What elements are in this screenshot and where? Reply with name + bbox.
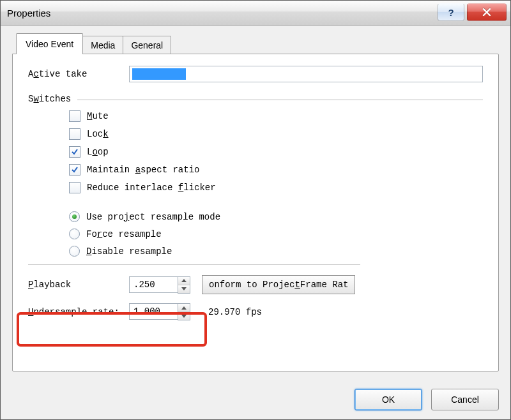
chevron-up-icon — [181, 306, 187, 310]
tab-general[interactable]: General — [123, 36, 171, 54]
window-title: Properties — [7, 8, 50, 19]
help-button[interactable]: ? — [438, 3, 464, 21]
playback-spin-down[interactable] — [178, 285, 190, 293]
resample-force-label: Force resample — [86, 229, 162, 239]
playback-spin-up[interactable] — [178, 277, 190, 285]
tabstrip: Video Event Media General — [16, 33, 499, 54]
loop-checkbox[interactable] — [69, 146, 80, 158]
resample-project-radio[interactable] — [69, 211, 80, 222]
resample-disable-radio[interactable] — [69, 246, 80, 257]
close-button[interactable] — [467, 3, 507, 21]
resample-project-label: Use project resample mode — [86, 212, 220, 222]
ok-button[interactable]: OK — [355, 389, 422, 410]
active-take-label: Active take — [28, 69, 129, 79]
conform-frame-rate-button[interactable]: onform to Project Frame Rat — [202, 275, 355, 294]
active-take-selection — [132, 68, 186, 80]
lock-checkbox[interactable] — [69, 128, 80, 140]
tab-video-event[interactable]: Video Event — [16, 33, 83, 54]
switches-legend: Switches — [28, 94, 71, 104]
loop-label: Loop — [87, 147, 109, 157]
chevron-down-icon — [181, 287, 187, 290]
tabpage-video-event: Active take Switches Mute — [12, 54, 499, 371]
aspect-label: Maintain aspect ratio — [87, 165, 199, 175]
flicker-label: Reduce interlace flicker — [87, 183, 216, 193]
playback-label: Playback — [28, 280, 129, 290]
mute-checkbox[interactable] — [69, 110, 80, 122]
playback-input[interactable] — [129, 276, 178, 293]
chevron-down-icon — [181, 315, 187, 318]
chevron-up-icon — [181, 279, 187, 282]
cancel-button[interactable]: Cancel — [431, 389, 499, 410]
aspect-checkbox[interactable] — [69, 164, 80, 176]
undersample-input[interactable] — [129, 303, 178, 320]
undersample-label: Undersample rate: — [28, 307, 129, 317]
undersample-fps: 29.970 fps — [208, 307, 262, 317]
undersample-spin-up[interactable] — [178, 304, 190, 312]
separator — [28, 264, 360, 265]
resample-force-radio[interactable] — [69, 229, 80, 239]
titlebar[interactable]: Properties ? — [1, 1, 510, 26]
properties-dialog: Properties ? Video Event Media General A… — [0, 0, 511, 420]
resample-disable-label: Disable resample — [86, 246, 172, 257]
undersample-spin-down[interactable] — [178, 312, 190, 320]
mute-label: Mute — [87, 111, 109, 121]
close-icon — [482, 8, 491, 16]
active-take-input[interactable] — [129, 66, 483, 82]
lock-label: Lock — [87, 129, 109, 139]
dialog-footer: OK Cancel — [355, 389, 499, 410]
flicker-checkbox[interactable] — [69, 182, 80, 193]
switches-separator — [77, 100, 483, 100]
tab-media[interactable]: Media — [82, 36, 123, 54]
